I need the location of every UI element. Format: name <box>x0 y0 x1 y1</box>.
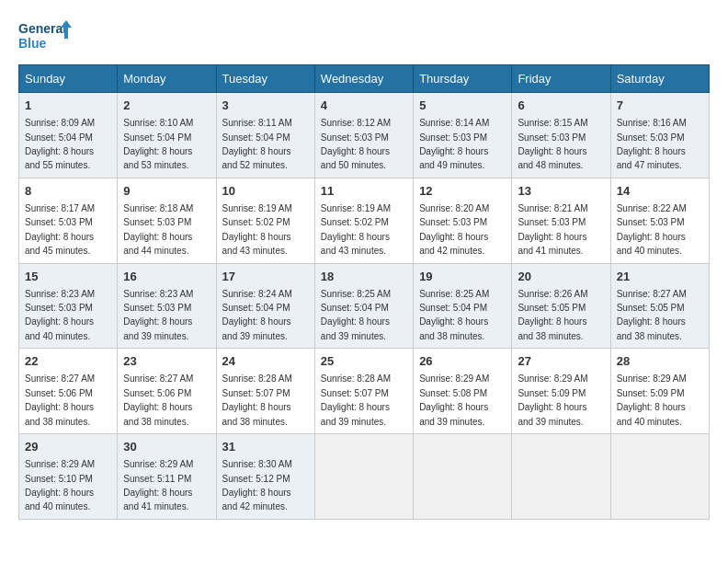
day-number: 11 <box>321 183 407 200</box>
day-number: 25 <box>321 353 407 370</box>
calendar-header-row: SundayMondayTuesdayWednesdayThursdayFrid… <box>19 65 710 93</box>
week-row-2: 8Sunrise: 8:17 AMSunset: 5:03 PMDaylight… <box>19 178 710 263</box>
calendar-cell: 12Sunrise: 8:20 AMSunset: 5:03 PMDayligh… <box>414 178 512 263</box>
sunrise-text: Sunrise: 8:29 AM <box>518 373 587 384</box>
header-day-wednesday: Wednesday <box>314 65 413 93</box>
sunrise-text: Sunrise: 8:11 AM <box>222 118 292 128</box>
calendar-cell <box>512 434 610 520</box>
daylight-text: Daylight: 8 hours and 40 minutes. <box>617 402 686 426</box>
day-number: 19 <box>419 269 506 285</box>
calendar-cell: 1Sunrise: 8:09 AMSunset: 5:04 PMDaylight… <box>19 93 118 178</box>
calendar-cell: 14Sunrise: 8:22 AMSunset: 5:03 PMDayligh… <box>610 178 709 263</box>
day-number: 30 <box>123 439 210 455</box>
sunrise-text: Sunrise: 8:20 AM <box>419 203 489 213</box>
sunset-text: Sunset: 5:06 PM <box>25 388 93 398</box>
daylight-text: Daylight: 8 hours and 40 minutes. <box>25 316 94 340</box>
day-number: 17 <box>222 269 309 285</box>
daylight-text: Daylight: 8 hours and 38 minutes. <box>518 316 586 340</box>
calendar-cell: 16Sunrise: 8:23 AMSunset: 5:03 PMDayligh… <box>118 263 216 349</box>
day-number: 24 <box>222 353 309 370</box>
week-row-1: 1Sunrise: 8:09 AMSunset: 5:04 PMDaylight… <box>19 93 710 178</box>
header-day-sunday: Sunday <box>19 65 118 93</box>
daylight-text: Daylight: 8 hours and 50 minutes. <box>321 146 390 170</box>
calendar-cell: 22Sunrise: 8:27 AMSunset: 5:06 PMDayligh… <box>19 349 118 434</box>
calendar-cell <box>414 434 512 520</box>
sunrise-text: Sunrise: 8:10 AM <box>123 118 193 128</box>
calendar-cell: 7Sunrise: 8:16 AMSunset: 5:03 PMDaylight… <box>610 93 709 178</box>
day-number: 3 <box>222 98 309 114</box>
calendar-cell: 13Sunrise: 8:21 AMSunset: 5:03 PMDayligh… <box>512 178 610 263</box>
sunrise-text: Sunrise: 8:27 AM <box>123 373 193 384</box>
calendar-cell: 3Sunrise: 8:11 AMSunset: 5:04 PMDaylight… <box>216 93 314 178</box>
day-number: 26 <box>419 353 506 370</box>
sunrise-text: Sunrise: 8:17 AM <box>25 203 95 213</box>
header-day-thursday: Thursday <box>414 65 512 93</box>
svg-text:Blue: Blue <box>18 36 47 51</box>
calendar-cell: 24Sunrise: 8:28 AMSunset: 5:07 PMDayligh… <box>216 349 314 434</box>
day-number: 28 <box>617 353 703 370</box>
sunset-text: Sunset: 5:03 PM <box>25 217 93 227</box>
daylight-text: Daylight: 8 hours and 48 minutes. <box>518 146 586 170</box>
calendar-cell: 8Sunrise: 8:17 AMSunset: 5:03 PMDaylight… <box>19 178 118 263</box>
calendar-cell: 29Sunrise: 8:29 AMSunset: 5:10 PMDayligh… <box>19 434 118 520</box>
day-number: 23 <box>123 353 210 370</box>
daylight-text: Daylight: 8 hours and 39 minutes. <box>518 402 586 426</box>
day-number: 5 <box>419 98 506 114</box>
sunrise-text: Sunrise: 8:23 AM <box>123 289 193 299</box>
daylight-text: Daylight: 8 hours and 41 minutes. <box>123 488 192 511</box>
sunrise-text: Sunrise: 8:26 AM <box>518 289 587 299</box>
calendar-cell: 25Sunrise: 8:28 AMSunset: 5:07 PMDayligh… <box>314 349 413 434</box>
daylight-text: Daylight: 8 hours and 39 minutes. <box>321 402 390 426</box>
sunrise-text: Sunrise: 8:14 AM <box>419 118 489 128</box>
daylight-text: Daylight: 8 hours and 38 minutes. <box>123 402 192 426</box>
sunrise-text: Sunrise: 8:23 AM <box>25 289 95 299</box>
calendar-cell: 27Sunrise: 8:29 AMSunset: 5:09 PMDayligh… <box>512 349 610 434</box>
sunset-text: Sunset: 5:05 PM <box>617 303 685 313</box>
day-number: 8 <box>25 183 111 200</box>
daylight-text: Daylight: 8 hours and 52 minutes. <box>222 146 291 170</box>
calendar-cell: 4Sunrise: 8:12 AMSunset: 5:03 PMDaylight… <box>314 93 413 178</box>
day-number: 15 <box>25 269 111 285</box>
sunset-text: Sunset: 5:04 PM <box>321 303 389 313</box>
header-day-tuesday: Tuesday <box>216 65 314 93</box>
day-number: 6 <box>518 98 604 114</box>
calendar-cell: 26Sunrise: 8:29 AMSunset: 5:08 PMDayligh… <box>414 349 512 434</box>
day-number: 20 <box>518 269 604 285</box>
day-number: 16 <box>123 269 210 285</box>
sunrise-text: Sunrise: 8:09 AM <box>25 118 95 128</box>
sunset-text: Sunset: 5:05 PM <box>518 303 586 313</box>
sunset-text: Sunset: 5:03 PM <box>123 303 191 313</box>
sunset-text: Sunset: 5:06 PM <box>123 388 191 398</box>
sunset-text: Sunset: 5:04 PM <box>222 132 290 143</box>
sunrise-text: Sunrise: 8:29 AM <box>419 373 489 384</box>
sunset-text: Sunset: 5:03 PM <box>617 217 685 227</box>
sunset-text: Sunset: 5:03 PM <box>518 217 586 227</box>
calendar-cell: 9Sunrise: 8:18 AMSunset: 5:03 PMDaylight… <box>118 178 216 263</box>
calendar-cell: 5Sunrise: 8:14 AMSunset: 5:03 PMDaylight… <box>414 93 512 178</box>
sunset-text: Sunset: 5:07 PM <box>222 388 290 398</box>
logo: General Blue <box>18 18 74 55</box>
sunset-text: Sunset: 5:11 PM <box>123 474 191 484</box>
calendar-cell <box>314 434 413 520</box>
week-row-5: 29Sunrise: 8:29 AMSunset: 5:10 PMDayligh… <box>19 434 710 520</box>
sunset-text: Sunset: 5:03 PM <box>617 132 685 143</box>
daylight-text: Daylight: 8 hours and 41 minutes. <box>518 232 586 256</box>
sunrise-text: Sunrise: 8:27 AM <box>617 289 687 299</box>
calendar-cell: 2Sunrise: 8:10 AMSunset: 5:04 PMDaylight… <box>118 93 216 178</box>
sunrise-text: Sunrise: 8:29 AM <box>123 459 193 469</box>
daylight-text: Daylight: 8 hours and 39 minutes. <box>419 402 488 426</box>
daylight-text: Daylight: 8 hours and 49 minutes. <box>419 146 488 170</box>
daylight-text: Daylight: 8 hours and 38 minutes. <box>25 402 94 426</box>
week-row-3: 15Sunrise: 8:23 AMSunset: 5:03 PMDayligh… <box>19 263 710 349</box>
day-number: 1 <box>25 98 111 114</box>
day-number: 21 <box>617 269 703 285</box>
sunrise-text: Sunrise: 8:21 AM <box>518 203 587 213</box>
sunrise-text: Sunrise: 8:12 AM <box>321 118 391 128</box>
day-number: 27 <box>518 353 604 370</box>
svg-text:General: General <box>18 21 66 36</box>
sunset-text: Sunset: 5:04 PM <box>123 132 191 143</box>
header-day-saturday: Saturday <box>610 65 709 93</box>
sunrise-text: Sunrise: 8:18 AM <box>123 203 193 213</box>
calendar-table: SundayMondayTuesdayWednesdayThursdayFrid… <box>18 64 710 520</box>
sunset-text: Sunset: 5:10 PM <box>25 474 93 484</box>
